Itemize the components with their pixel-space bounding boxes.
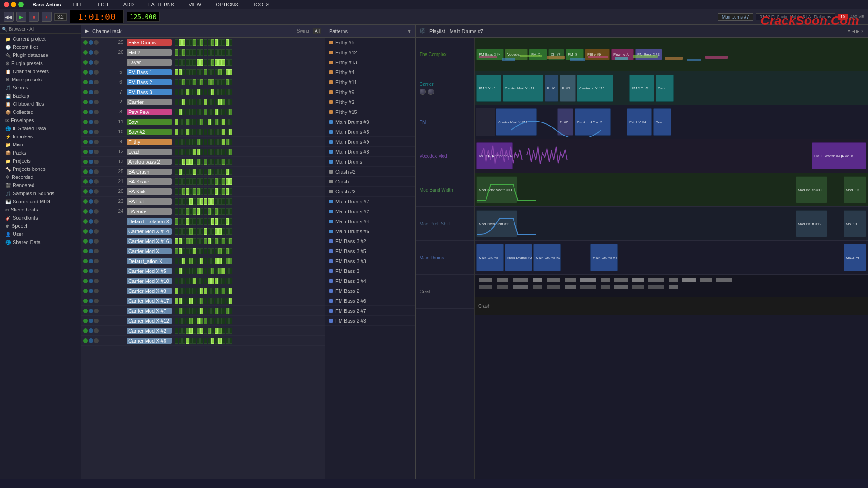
- pad-11-10[interactable]: [211, 149, 214, 155]
- pad-2-14[interactable]: [226, 59, 229, 66]
- block-carrier-mod[interactable]: Carrier Mod X #11: [503, 75, 543, 102]
- ch-btn-15[interactable]: [94, 189, 99, 194]
- pad-19-14[interactable]: [226, 228, 229, 235]
- sidebar-item-scores[interactable]: 🎵 Scores: [2, 84, 79, 92]
- ch-btn-green-13[interactable]: [83, 169, 88, 174]
- ch-btn-green-21[interactable]: [83, 249, 88, 253]
- pad-27-9[interactable]: [208, 308, 211, 314]
- pad-8-13[interactable]: [222, 119, 225, 125]
- pad-15-12[interactable]: [218, 188, 222, 195]
- ch-btn-23[interactable]: [94, 269, 99, 273]
- pad-5-12[interactable]: [218, 89, 222, 95]
- pad-16-1[interactable]: [179, 198, 182, 205]
- pad-8-7[interactable]: [200, 119, 203, 125]
- pad-1-10[interactable]: [211, 49, 214, 56]
- pad-6-2[interactable]: [182, 99, 185, 105]
- pad-12-10[interactable]: [211, 159, 214, 165]
- pad-28-2[interactable]: [182, 318, 185, 324]
- pad-29-4[interactable]: [189, 328, 193, 334]
- sidebar-item-soundfonts[interactable]: 🎸 Soundfonts: [2, 214, 79, 222]
- pad-19-11[interactable]: [215, 228, 218, 235]
- channel-row-2[interactable]: Layer: [81, 57, 325, 67]
- channel-row-24[interactable]: Carrier Mod X #10: [81, 276, 325, 286]
- pad-20-14[interactable]: [226, 238, 229, 244]
- channel-row-30[interactable]: Carrier Mod X #6: [81, 336, 325, 346]
- sidebar-item-mixer-presets[interactable]: 🎚 Mixer presets: [2, 75, 79, 84]
- pad-16-12[interactable]: [218, 198, 222, 205]
- pattern-item-27[interactable]: FM Bass 2 #7: [326, 306, 415, 316]
- pattern-item-13[interactable]: Crash #2: [326, 167, 415, 177]
- pad-27-13[interactable]: [222, 308, 225, 314]
- pad-7-9[interactable]: [208, 109, 211, 115]
- ch-btn-blue-22[interactable]: [89, 259, 93, 263]
- pad-3-13[interactable]: [222, 69, 225, 75]
- pad-0-9[interactable]: [208, 39, 211, 46]
- ch-btn-0[interactable]: [94, 40, 99, 45]
- ch-btn-blue-30[interactable]: [89, 338, 93, 343]
- pad-26-15[interactable]: [229, 298, 232, 304]
- pad-20-7[interactable]: [200, 238, 203, 244]
- pad-30-11[interactable]: [215, 338, 218, 344]
- pad-20-8[interactable]: [204, 238, 207, 244]
- pad-18-8[interactable]: [204, 218, 207, 225]
- ch-btn-blue-1[interactable]: [89, 50, 93, 55]
- pattern-item-0[interactable]: Filthy #5: [326, 38, 415, 47]
- track-label-carrier[interactable]: Carrier: [416, 71, 474, 105]
- pad-5-0[interactable]: [175, 89, 178, 95]
- sidebar-item-collected[interactable]: 📦 Collected: [2, 108, 79, 116]
- pad-3-8[interactable]: [204, 69, 207, 75]
- pad-26-9[interactable]: [208, 298, 211, 304]
- channel-row-1[interactable]: 26Hat 2: [81, 47, 325, 57]
- pad-16-8[interactable]: [204, 198, 207, 205]
- ch-btn-27[interactable]: [94, 309, 99, 313]
- pad-15-11[interactable]: [215, 188, 218, 195]
- pad-25-11[interactable]: [215, 288, 218, 294]
- pad-26-8[interactable]: [204, 298, 207, 304]
- pad-18-14[interactable]: [226, 218, 229, 225]
- pad-23-4[interactable]: [189, 268, 193, 274]
- ch-name-19[interactable]: Carrier Mod X #14: [127, 228, 172, 235]
- pad-15-0[interactable]: [175, 188, 178, 195]
- pad-11-3[interactable]: [186, 149, 189, 155]
- sidebar-item-il-shared[interactable]: 🌐 IL Shared Data: [2, 124, 79, 132]
- pad-14-10[interactable]: [211, 178, 214, 185]
- ch-btn-blue-11[interactable]: [89, 150, 93, 154]
- ch-btn-blue-21[interactable]: [89, 249, 93, 253]
- pad-25-4[interactable]: [189, 288, 193, 294]
- pad-6-7[interactable]: [200, 99, 203, 105]
- block-mod-pitch-11[interactable]: Mod Pitch Shift #11: [476, 210, 517, 237]
- channel-row-25[interactable]: Carrier Mod X #3: [81, 286, 325, 296]
- pad-12-14[interactable]: [226, 159, 229, 165]
- ch-name-2[interactable]: Layer: [127, 59, 172, 66]
- pad-20-15[interactable]: [229, 238, 232, 244]
- channel-row-22[interactable]: Default_ation X #22: [81, 256, 325, 266]
- pad-20-6[interactable]: [197, 238, 200, 244]
- pad-17-3[interactable]: [186, 208, 189, 215]
- ch-name-29[interactable]: Carrier Mod X #2: [127, 328, 172, 334]
- pad-21-8[interactable]: [204, 248, 207, 254]
- pad-2-3[interactable]: [186, 59, 189, 66]
- ch-btn-green-25[interactable]: [83, 289, 88, 293]
- pattern-item-26[interactable]: FM Bass 2 #6: [326, 296, 415, 306]
- pad-14-4[interactable]: [189, 178, 193, 185]
- ch-btn-4[interactable]: [94, 80, 99, 84]
- pad-7-1[interactable]: [179, 109, 182, 115]
- pad-0-3[interactable]: [186, 39, 189, 46]
- pad-30-4[interactable]: [189, 338, 193, 344]
- pad-8-4[interactable]: [189, 119, 193, 125]
- pad-6-15[interactable]: [229, 99, 232, 105]
- pad-7-5[interactable]: [193, 109, 196, 115]
- pad-23-3[interactable]: [186, 268, 189, 274]
- channel-row-26[interactable]: Carrier Mod X #17: [81, 296, 325, 306]
- pad-21-6[interactable]: [197, 248, 200, 254]
- pad-29-7[interactable]: [200, 328, 203, 334]
- pad-25-2[interactable]: [182, 288, 185, 294]
- pad-7-15[interactable]: [229, 109, 232, 115]
- channel-row-11[interactable]: 12Lead: [81, 147, 325, 157]
- pattern-item-17[interactable]: Main Drums #2: [326, 206, 415, 216]
- pad-25-10[interactable]: [211, 288, 214, 294]
- pad-7-11[interactable]: [215, 109, 218, 115]
- pad-27-15[interactable]: [229, 308, 232, 314]
- ch-btn-blue-5[interactable]: [89, 90, 93, 94]
- pad-26-7[interactable]: [200, 298, 203, 304]
